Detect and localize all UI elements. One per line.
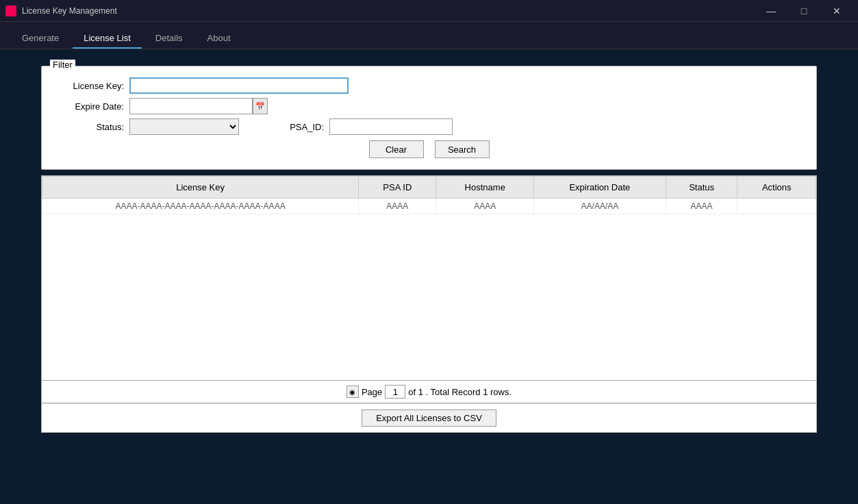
page-first-button[interactable]: ◉ [346, 386, 359, 398]
filter-actions: Clear Search [55, 140, 803, 158]
license-key-label: License Key: [55, 81, 124, 91]
expire-date-input[interactable] [129, 98, 253, 114]
close-button[interactable]: ✕ [821, 0, 853, 22]
license-key-row: License Key: [55, 77, 803, 94]
col-license-key: License Key [42, 177, 359, 199]
table-section: License Key PSA ID Hostname Expiration D… [41, 175, 817, 381]
main-content: Filter License Key: Expire Date: 📅 Statu… [0, 49, 858, 504]
cell-psa-id: AAAA [359, 199, 436, 214]
minimize-button[interactable]: — [755, 0, 787, 22]
page-input[interactable] [385, 385, 405, 399]
psa-id-input[interactable] [329, 118, 453, 135]
tab-generate[interactable]: Generate [11, 29, 70, 49]
expire-date-wrap: 📅 [129, 98, 268, 114]
app-title: License Key Management [22, 6, 755, 16]
cell-expiration-date: AA/AA/AA [534, 199, 666, 214]
expire-date-label: Expire Date: [55, 101, 124, 112]
clear-button[interactable]: Clear [369, 140, 424, 158]
status-psa-row: Status: Active Expired Disabled PSA_ID: [55, 118, 803, 135]
export-bar: Export All Licenses to CSV [41, 403, 817, 433]
status-select[interactable]: Active Expired Disabled [129, 118, 239, 135]
nav-tabs: Generate License List Details About [0, 22, 858, 49]
col-expiration-date: Expiration Date [534, 177, 666, 199]
col-status: Status [666, 177, 737, 199]
calendar-button[interactable]: 📅 [253, 98, 268, 114]
export-csv-button[interactable]: Export All Licenses to CSV [362, 410, 496, 427]
col-hostname: Hostname [436, 177, 534, 199]
cell-license-key: AAAA-AAAA-AAAA-AAAA-AAAA-AAAA-AAAA [42, 199, 359, 214]
cell-actions[interactable] [737, 199, 816, 214]
table-body: AAAA-AAAA-AAAA-AAAA-AAAA-AAAA-AAAAAAAAAA… [42, 199, 816, 214]
license-table: License Key PSA ID Hostname Expiration D… [42, 176, 816, 214]
filter-section: Filter License Key: Expire Date: 📅 Statu… [41, 66, 817, 170]
psa-id-label: PSA_ID: [255, 122, 324, 132]
page-of-label: of 1 . Total Record 1 rows. [408, 387, 512, 397]
search-button[interactable]: Search [435, 140, 490, 158]
table-header-row: License Key PSA ID Hostname Expiration D… [42, 177, 816, 199]
table-header: License Key PSA ID Hostname Expiration D… [42, 177, 816, 199]
filter-legend: Filter [50, 60, 75, 70]
status-label: Status: [55, 122, 124, 132]
page-label: Page [362, 387, 382, 397]
table-row: AAAA-AAAA-AAAA-AAAA-AAAA-AAAA-AAAAAAAAAA… [42, 199, 816, 214]
maximize-button[interactable]: □ [788, 0, 820, 22]
pagination-bar: ◉ Page of 1 . Total Record 1 rows. [41, 381, 817, 403]
tab-about[interactable]: About [197, 29, 242, 49]
tab-details[interactable]: Details [144, 29, 194, 49]
col-psa-id: PSA ID [359, 177, 436, 199]
tab-license-list[interactable]: License List [73, 29, 142, 49]
cell-status: AAAA [666, 199, 737, 214]
title-bar: License Key Management — □ ✕ [0, 0, 858, 22]
cell-hostname: AAAA [436, 199, 534, 214]
app-icon [5, 5, 16, 16]
license-key-input[interactable] [129, 77, 349, 94]
window-controls: — □ ✕ [755, 0, 853, 22]
expire-date-row: Expire Date: 📅 [55, 98, 803, 114]
col-actions: Actions [737, 177, 816, 199]
